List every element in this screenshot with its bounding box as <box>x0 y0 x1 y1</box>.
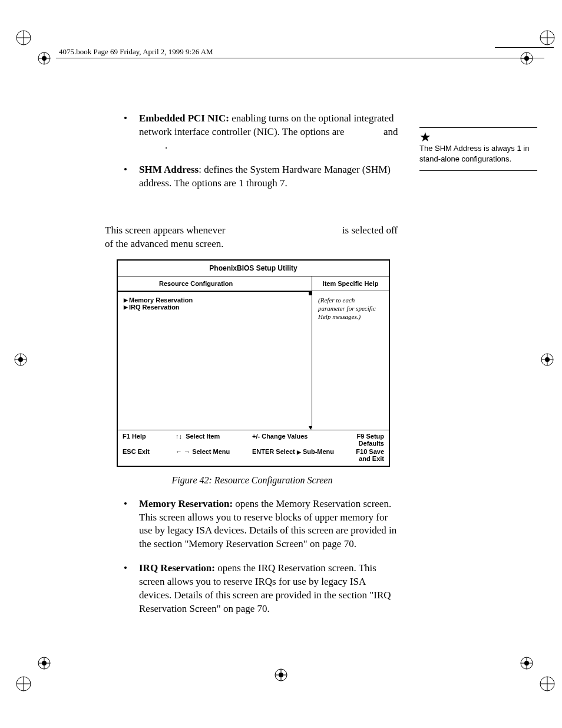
cropmark-mid-left <box>12 351 29 368</box>
svg-point-5 <box>524 56 529 61</box>
svg-point-13 <box>275 669 287 681</box>
bullet-irq-reservation: IRQ Reservation: opens the IRQ Reservati… <box>105 562 399 616</box>
bottom-bullets: Memory Reservation: opens the Memory Res… <box>105 498 399 617</box>
triangle-icon: ▶ <box>297 449 301 455</box>
cropmark-bot-right <box>518 654 559 696</box>
svg-point-9 <box>545 357 550 362</box>
bullet-memory-reservation: Memory Reservation: opens the Memory Res… <box>105 498 399 552</box>
top-bullets: Embedded PCI NIC: enabling turns on the … <box>105 112 399 190</box>
cropmark-bot-left <box>12 654 53 696</box>
svg-point-11 <box>42 661 47 666</box>
bios-help-text: (Refer to each parameter for specific He… <box>312 291 389 326</box>
page-header: 4075.book Page 69 Friday, April 2, 1999 … <box>59 47 213 57</box>
svg-point-15 <box>521 657 533 669</box>
bios-menu-items: ▶Memory Reservation ▶IRQ Reservation <box>118 292 312 315</box>
bullet-shm-address: SHM Address: defines the System Hardware… <box>105 163 399 190</box>
cropmark-center-top <box>495 47 554 48</box>
svg-point-2 <box>42 56 47 61</box>
svg-point-1 <box>38 52 50 64</box>
header-rule <box>56 58 544 58</box>
svg-point-0 <box>16 31 31 45</box>
svg-point-16 <box>524 661 529 666</box>
star-icon: ★ <box>419 131 537 143</box>
svg-point-10 <box>38 657 50 669</box>
svg-point-14 <box>279 673 283 677</box>
svg-point-4 <box>521 52 533 64</box>
svg-point-7 <box>18 357 23 362</box>
margin-note: ★ The SHM Address is always 1 in stand-a… <box>419 127 537 171</box>
bullet-embedded-pci-nic: Embedded PCI NIC: enabling turns on the … <box>105 112 399 153</box>
margin-note-text: The SHM Address is always 1 in stand-alo… <box>419 144 529 163</box>
bios-footer: F1 Help ↑↓ Select Item +/- Change Values… <box>118 430 389 466</box>
triangle-icon: ▶ <box>124 304 128 310</box>
bios-title: PhoenixBIOS Setup Utility <box>118 261 389 276</box>
bios-screenshot: PhoenixBIOS Setup Utility Resource Confi… <box>117 259 390 467</box>
figure-caption: Figure 42: Resource Configuration Screen <box>117 475 388 486</box>
cropmark-bot-center <box>272 666 290 684</box>
bios-right-heading: Item Specific Help <box>312 276 389 291</box>
intro-paragraph: This screen appears whenever is selected… <box>105 224 399 251</box>
svg-point-8 <box>541 354 553 365</box>
svg-point-17 <box>540 677 554 691</box>
svg-point-3 <box>540 31 554 45</box>
svg-point-12 <box>16 677 31 691</box>
cropmark-top-left <box>12 26 53 67</box>
svg-point-6 <box>15 354 27 365</box>
cropmark-mid-right <box>538 351 556 368</box>
triangle-icon: ▶ <box>124 297 128 303</box>
bios-left-heading: Resource Configuration <box>118 276 312 292</box>
cropmark-top-right <box>518 26 559 67</box>
